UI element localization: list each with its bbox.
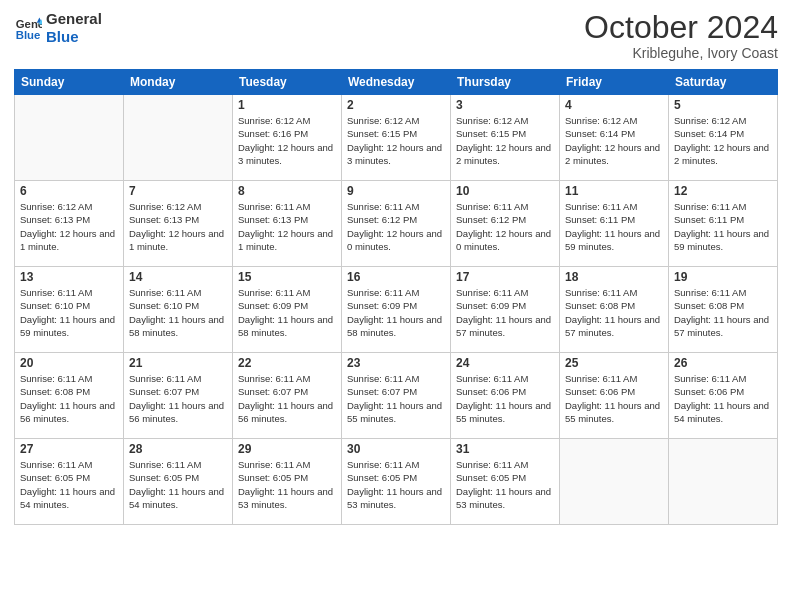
header-sunday: Sunday	[15, 70, 124, 95]
day-info: Sunrise: 6:12 AMSunset: 6:15 PMDaylight:…	[456, 114, 554, 167]
day-number: 6	[20, 184, 118, 198]
calendar-cell: 28Sunrise: 6:11 AMSunset: 6:05 PMDayligh…	[124, 439, 233, 525]
calendar-cell	[669, 439, 778, 525]
header-wednesday: Wednesday	[342, 70, 451, 95]
calendar-cell: 14Sunrise: 6:11 AMSunset: 6:10 PMDayligh…	[124, 267, 233, 353]
calendar-cell: 17Sunrise: 6:11 AMSunset: 6:09 PMDayligh…	[451, 267, 560, 353]
calendar-cell: 12Sunrise: 6:11 AMSunset: 6:11 PMDayligh…	[669, 181, 778, 267]
calendar-week-4: 20Sunrise: 6:11 AMSunset: 6:08 PMDayligh…	[15, 353, 778, 439]
calendar-cell: 4Sunrise: 6:12 AMSunset: 6:14 PMDaylight…	[560, 95, 669, 181]
day-info: Sunrise: 6:12 AMSunset: 6:14 PMDaylight:…	[674, 114, 772, 167]
calendar-cell: 5Sunrise: 6:12 AMSunset: 6:14 PMDaylight…	[669, 95, 778, 181]
title-block: October 2024 Kribleguhe, Ivory Coast	[584, 10, 778, 61]
logo-text: General Blue	[46, 10, 102, 46]
day-number: 14	[129, 270, 227, 284]
day-number: 2	[347, 98, 445, 112]
day-info: Sunrise: 6:11 AMSunset: 6:06 PMDaylight:…	[674, 372, 772, 425]
calendar-cell: 30Sunrise: 6:11 AMSunset: 6:05 PMDayligh…	[342, 439, 451, 525]
day-number: 21	[129, 356, 227, 370]
day-number: 20	[20, 356, 118, 370]
day-number: 16	[347, 270, 445, 284]
calendar-cell: 3Sunrise: 6:12 AMSunset: 6:15 PMDaylight…	[451, 95, 560, 181]
day-info: Sunrise: 6:11 AMSunset: 6:10 PMDaylight:…	[20, 286, 118, 339]
calendar-cell: 1Sunrise: 6:12 AMSunset: 6:16 PMDaylight…	[233, 95, 342, 181]
calendar-week-2: 6Sunrise: 6:12 AMSunset: 6:13 PMDaylight…	[15, 181, 778, 267]
day-number: 30	[347, 442, 445, 456]
day-info: Sunrise: 6:12 AMSunset: 6:16 PMDaylight:…	[238, 114, 336, 167]
calendar-cell: 25Sunrise: 6:11 AMSunset: 6:06 PMDayligh…	[560, 353, 669, 439]
calendar-cell: 10Sunrise: 6:11 AMSunset: 6:12 PMDayligh…	[451, 181, 560, 267]
day-number: 24	[456, 356, 554, 370]
calendar-cell: 22Sunrise: 6:11 AMSunset: 6:07 PMDayligh…	[233, 353, 342, 439]
day-number: 29	[238, 442, 336, 456]
calendar-cell	[15, 95, 124, 181]
day-number: 5	[674, 98, 772, 112]
calendar-table: Sunday Monday Tuesday Wednesday Thursday…	[14, 69, 778, 525]
day-info: Sunrise: 6:11 AMSunset: 6:07 PMDaylight:…	[347, 372, 445, 425]
day-info: Sunrise: 6:11 AMSunset: 6:08 PMDaylight:…	[20, 372, 118, 425]
day-number: 18	[565, 270, 663, 284]
calendar-cell	[124, 95, 233, 181]
day-info: Sunrise: 6:12 AMSunset: 6:13 PMDaylight:…	[20, 200, 118, 253]
day-number: 31	[456, 442, 554, 456]
day-number: 1	[238, 98, 336, 112]
header-friday: Friday	[560, 70, 669, 95]
calendar-week-5: 27Sunrise: 6:11 AMSunset: 6:05 PMDayligh…	[15, 439, 778, 525]
day-info: Sunrise: 6:11 AMSunset: 6:11 PMDaylight:…	[674, 200, 772, 253]
day-info: Sunrise: 6:12 AMSunset: 6:14 PMDaylight:…	[565, 114, 663, 167]
calendar-cell: 8Sunrise: 6:11 AMSunset: 6:13 PMDaylight…	[233, 181, 342, 267]
day-number: 7	[129, 184, 227, 198]
calendar-cell: 9Sunrise: 6:11 AMSunset: 6:12 PMDaylight…	[342, 181, 451, 267]
calendar-cell: 2Sunrise: 6:12 AMSunset: 6:15 PMDaylight…	[342, 95, 451, 181]
calendar-cell: 29Sunrise: 6:11 AMSunset: 6:05 PMDayligh…	[233, 439, 342, 525]
day-info: Sunrise: 6:11 AMSunset: 6:05 PMDaylight:…	[347, 458, 445, 511]
calendar-week-1: 1Sunrise: 6:12 AMSunset: 6:16 PMDaylight…	[15, 95, 778, 181]
calendar-cell: 24Sunrise: 6:11 AMSunset: 6:06 PMDayligh…	[451, 353, 560, 439]
calendar-cell: 23Sunrise: 6:11 AMSunset: 6:07 PMDayligh…	[342, 353, 451, 439]
location: Kribleguhe, Ivory Coast	[584, 45, 778, 61]
day-number: 3	[456, 98, 554, 112]
day-info: Sunrise: 6:11 AMSunset: 6:05 PMDaylight:…	[456, 458, 554, 511]
day-info: Sunrise: 6:11 AMSunset: 6:09 PMDaylight:…	[238, 286, 336, 339]
day-info: Sunrise: 6:11 AMSunset: 6:05 PMDaylight:…	[238, 458, 336, 511]
day-number: 4	[565, 98, 663, 112]
calendar-cell: 15Sunrise: 6:11 AMSunset: 6:09 PMDayligh…	[233, 267, 342, 353]
calendar-page: General Blue General Blue October 2024 K…	[0, 0, 792, 612]
calendar-cell: 7Sunrise: 6:12 AMSunset: 6:13 PMDaylight…	[124, 181, 233, 267]
day-info: Sunrise: 6:11 AMSunset: 6:12 PMDaylight:…	[347, 200, 445, 253]
day-info: Sunrise: 6:11 AMSunset: 6:09 PMDaylight:…	[347, 286, 445, 339]
day-number: 19	[674, 270, 772, 284]
day-info: Sunrise: 6:11 AMSunset: 6:09 PMDaylight:…	[456, 286, 554, 339]
day-info: Sunrise: 6:11 AMSunset: 6:06 PMDaylight:…	[565, 372, 663, 425]
day-info: Sunrise: 6:11 AMSunset: 6:11 PMDaylight:…	[565, 200, 663, 253]
calendar-week-3: 13Sunrise: 6:11 AMSunset: 6:10 PMDayligh…	[15, 267, 778, 353]
day-info: Sunrise: 6:11 AMSunset: 6:06 PMDaylight:…	[456, 372, 554, 425]
day-number: 28	[129, 442, 227, 456]
calendar-cell: 20Sunrise: 6:11 AMSunset: 6:08 PMDayligh…	[15, 353, 124, 439]
day-number: 25	[565, 356, 663, 370]
svg-text:Blue: Blue	[16, 29, 41, 41]
day-info: Sunrise: 6:11 AMSunset: 6:10 PMDaylight:…	[129, 286, 227, 339]
calendar-cell: 27Sunrise: 6:11 AMSunset: 6:05 PMDayligh…	[15, 439, 124, 525]
calendar-cell: 21Sunrise: 6:11 AMSunset: 6:07 PMDayligh…	[124, 353, 233, 439]
calendar-cell: 31Sunrise: 6:11 AMSunset: 6:05 PMDayligh…	[451, 439, 560, 525]
calendar-cell: 11Sunrise: 6:11 AMSunset: 6:11 PMDayligh…	[560, 181, 669, 267]
day-number: 9	[347, 184, 445, 198]
logo: General Blue General Blue	[14, 10, 102, 46]
month-title: October 2024	[584, 10, 778, 45]
day-info: Sunrise: 6:11 AMSunset: 6:08 PMDaylight:…	[674, 286, 772, 339]
day-number: 15	[238, 270, 336, 284]
day-info: Sunrise: 6:11 AMSunset: 6:12 PMDaylight:…	[456, 200, 554, 253]
day-info: Sunrise: 6:11 AMSunset: 6:07 PMDaylight:…	[129, 372, 227, 425]
day-info: Sunrise: 6:11 AMSunset: 6:07 PMDaylight:…	[238, 372, 336, 425]
day-info: Sunrise: 6:12 AMSunset: 6:15 PMDaylight:…	[347, 114, 445, 167]
day-number: 10	[456, 184, 554, 198]
day-number: 26	[674, 356, 772, 370]
day-number: 27	[20, 442, 118, 456]
day-number: 17	[456, 270, 554, 284]
day-info: Sunrise: 6:11 AMSunset: 6:13 PMDaylight:…	[238, 200, 336, 253]
logo-icon: General Blue	[14, 14, 42, 42]
calendar-cell: 13Sunrise: 6:11 AMSunset: 6:10 PMDayligh…	[15, 267, 124, 353]
header-monday: Monday	[124, 70, 233, 95]
day-number: 12	[674, 184, 772, 198]
